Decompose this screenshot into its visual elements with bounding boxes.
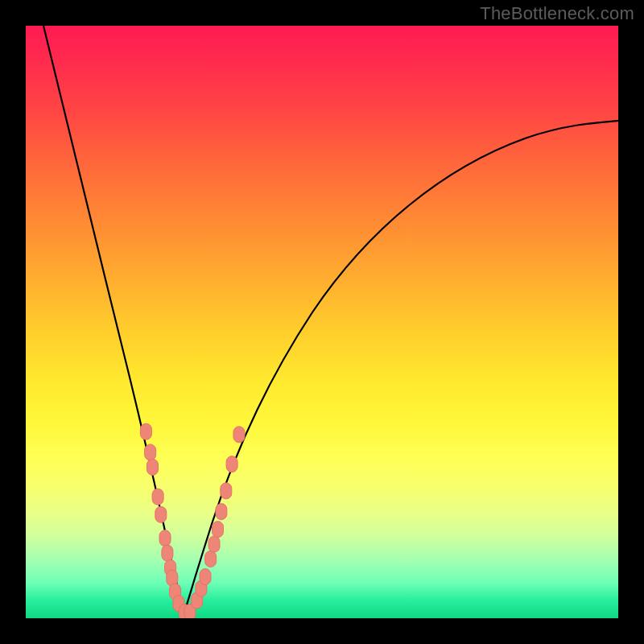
- watermark-text: TheBottleneck.com: [480, 3, 634, 24]
- marker-point: [200, 569, 211, 585]
- marker-point: [216, 504, 227, 520]
- marker-point: [162, 545, 173, 561]
- marker-point: [226, 456, 237, 473]
- marker-point: [221, 483, 232, 499]
- plot-area: [26, 26, 618, 618]
- marker-point: [152, 489, 163, 505]
- marker-point: [147, 459, 159, 475]
- marker-point: [145, 444, 156, 460]
- curve-right-branch: [184, 121, 618, 615]
- curve-layer: [26, 26, 618, 618]
- marker-point: [233, 427, 245, 443]
- outer-frame: TheBottleneck.com: [0, 0, 644, 644]
- marker-point: [159, 530, 171, 547]
- marker-point: [155, 506, 167, 522]
- marker-point: [208, 536, 220, 552]
- marker-point: [140, 423, 151, 440]
- marker-point: [213, 522, 224, 538]
- marker-group: [140, 423, 245, 618]
- curve-left-branch: [43, 26, 184, 615]
- marker-point: [205, 551, 217, 567]
